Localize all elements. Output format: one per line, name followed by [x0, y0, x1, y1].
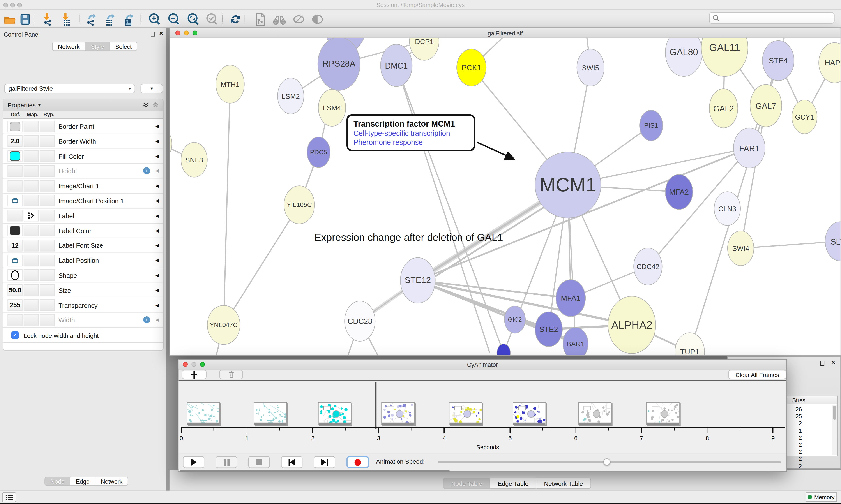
tab-select[interactable]: Select — [110, 42, 138, 51]
network-node-ste4[interactable]: STE4 — [762, 40, 794, 81]
byp-cell[interactable] — [40, 135, 55, 147]
network-node-alpha2[interactable]: ALPHA2 — [608, 296, 656, 354]
tab-edge[interactable]: Edge — [71, 476, 95, 486]
network-node-swi5[interactable]: SWI5 — [577, 49, 605, 86]
def-cell[interactable] — [7, 314, 22, 326]
byp-cell[interactable] — [40, 284, 55, 296]
pause-button[interactable] — [215, 456, 237, 468]
network-node-rps28a[interactable]: RPS28A — [318, 38, 360, 91]
property-row-size[interactable]: 50.0Size◀ — [3, 283, 163, 298]
property-row-image-chart-1[interactable]: Image/Chart 1◀ — [3, 179, 163, 194]
def-cell[interactable]: 2.0 — [7, 135, 22, 147]
cyanimator-titlebar[interactable]: CyAnimator — [179, 360, 786, 370]
network-node-mfa1[interactable]: MFA1 — [556, 280, 586, 317]
float-panel-icon[interactable] — [151, 32, 155, 36]
network-node-gic2[interactable]: GIC2 — [504, 306, 526, 334]
frame-thumbnail-3[interactable] — [318, 402, 351, 425]
map-cell[interactable] — [24, 239, 39, 251]
byp-cell[interactable] — [40, 195, 55, 207]
property-row-transparency[interactable]: 255Transparency◀ — [3, 298, 163, 313]
export-network-icon[interactable] — [84, 12, 98, 26]
open-session-icon[interactable] — [2, 12, 17, 26]
info-icon[interactable]: i — [143, 317, 150, 324]
map-cell[interactable] — [24, 270, 39, 281]
expand-row-icon[interactable]: ◀ — [156, 154, 159, 159]
map-cell[interactable] — [24, 284, 39, 296]
tab-network[interactable]: Network — [52, 42, 86, 51]
network-node-cdc42[interactable]: CDC42 — [633, 248, 662, 285]
property-row-height[interactable]: Heighti◀ — [3, 164, 163, 179]
byp-cell[interactable] — [40, 210, 55, 221]
timeline-scrollbar[interactable] — [180, 470, 450, 472]
zoom-in-icon[interactable] — [147, 12, 161, 26]
skip-to-end-button[interactable] — [314, 456, 335, 468]
map-cell[interactable] — [24, 224, 39, 236]
def-cell[interactable]: 255 — [7, 299, 22, 311]
properties-header[interactable]: Properties ▾ — [3, 99, 163, 111]
def-cell[interactable] — [7, 150, 22, 162]
def-cell[interactable] — [7, 270, 22, 281]
map-cell[interactable] — [24, 299, 39, 311]
network-node-ste2[interactable]: STE2 — [535, 311, 562, 347]
network-node-gal2[interactable]: GAL2 — [709, 88, 738, 128]
def-cell[interactable] — [7, 180, 22, 192]
expand-all-icon[interactable] — [143, 102, 149, 108]
property-row-label-color[interactable]: Label Color◀ — [3, 223, 163, 238]
property-row-label-font-size[interactable]: 12Label Font Size◀ — [3, 238, 163, 253]
network-node-pck1[interactable]: PCK1 — [457, 49, 486, 86]
stop-button[interactable] — [248, 456, 270, 468]
network-file-icon[interactable] — [252, 12, 267, 26]
timeline[interactable]: 0123456789Seconds — [179, 380, 786, 454]
map-cell[interactable] — [24, 135, 39, 147]
network-node-gcy1[interactable]: GCY1 — [792, 100, 818, 134]
zoom-fit-icon[interactable] — [185, 12, 200, 26]
network-edge[interactable] — [396, 66, 490, 353]
network-edge[interactable] — [223, 84, 230, 325]
network-node-lsm2[interactable]: LSM2 — [277, 78, 304, 114]
property-row-shape[interactable]: Shape◀ — [3, 268, 163, 283]
property-row-image-chart-position-1[interactable]: Image/Chart Position 1◀ — [3, 194, 163, 209]
byp-cell[interactable] — [40, 150, 55, 162]
map-cell[interactable] — [24, 165, 39, 177]
hide-details-icon[interactable] — [291, 12, 306, 26]
expand-row-icon[interactable]: ◀ — [156, 168, 159, 174]
expand-row-icon[interactable]: ◀ — [156, 258, 159, 263]
zoom-out-icon[interactable] — [166, 12, 181, 26]
network-node-mcm1[interactable]: MCM1 — [535, 152, 602, 218]
def-cell[interactable] — [7, 121, 22, 132]
network-node-yil105c[interactable]: YIL105C — [284, 185, 315, 224]
clear-all-frames-button[interactable]: Clear All Frames — [729, 370, 786, 379]
network-node-far1[interactable]: FAR1 — [733, 128, 766, 168]
style-combobox[interactable]: galFiltered Style ▾ — [4, 84, 135, 93]
speed-slider[interactable] — [437, 461, 781, 463]
search-input[interactable] — [709, 12, 835, 23]
close-panel-icon[interactable]: × — [831, 359, 835, 366]
skip-to-start-button[interactable] — [281, 456, 302, 468]
expand-row-icon[interactable]: ◀ — [156, 124, 159, 129]
map-cell[interactable] — [24, 254, 39, 266]
network-node-pdc5[interactable]: PDC5 — [307, 137, 330, 168]
map-cell[interactable] — [24, 314, 39, 326]
frame-thumbnail-6[interactable] — [513, 402, 546, 425]
network-edge[interactable] — [223, 205, 299, 325]
property-row-fill-color[interactable]: Fill Color◀ — [3, 149, 163, 164]
network-edge[interactable] — [396, 66, 504, 353]
def-cell[interactable] — [7, 195, 22, 207]
property-row-width[interactable]: Widthi◀ — [3, 313, 163, 328]
network-node-pis1[interactable]: PIS1 — [639, 110, 663, 141]
network-node-snf3[interactable]: SNF3 — [181, 142, 208, 178]
def-cell[interactable] — [7, 210, 22, 221]
def-cell[interactable] — [7, 224, 22, 236]
network-node-dmc1[interactable]: DMC1 — [380, 44, 412, 87]
expand-row-icon[interactable]: ◀ — [156, 139, 159, 144]
import-table-icon[interactable] — [59, 12, 73, 26]
network-node-cln3[interactable]: CLN3 — [714, 191, 741, 226]
find-icon[interactable] — [272, 12, 286, 26]
import-network-icon[interactable] — [40, 12, 55, 26]
play-button[interactable] — [183, 456, 204, 468]
annotation-box[interactable]: Transcription factor MCM1 Cell-type-spec… — [346, 114, 475, 151]
property-row-border-paint[interactable]: Border Paint◀ — [3, 119, 163, 134]
expand-row-icon[interactable]: ◀ — [156, 303, 159, 308]
expand-row-icon[interactable]: ◀ — [156, 183, 159, 188]
frame-thumbnail-1[interactable] — [186, 402, 220, 425]
